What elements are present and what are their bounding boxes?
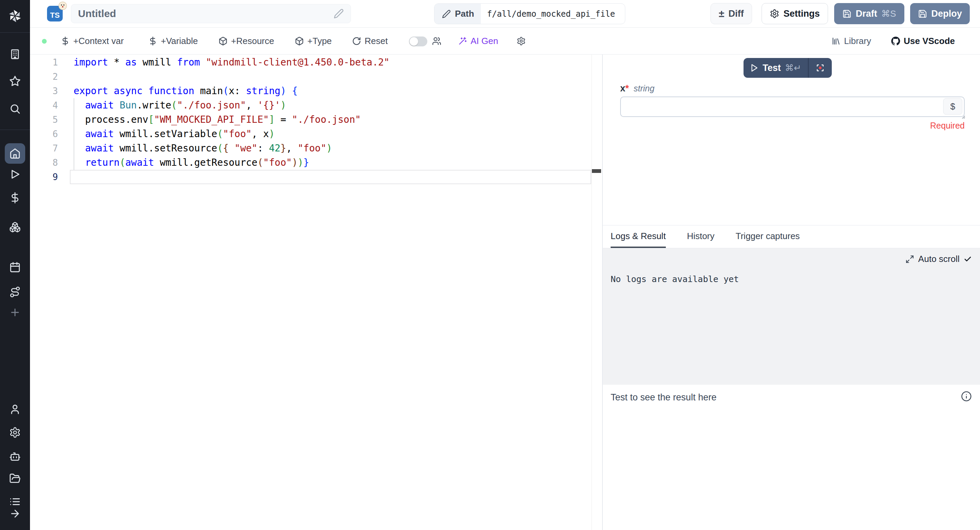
path-value: f/all/demo_mocked_api_file	[481, 4, 615, 24]
save-icon	[918, 9, 927, 18]
code-line-3[interactable]: 3export async function main(x: string) {	[30, 84, 601, 98]
line-number[interactable]: 7	[30, 141, 70, 155]
sidebar-item-account[interactable]	[0, 404, 30, 415]
sidebar-item-add[interactable]	[0, 307, 30, 318]
pencil-icon[interactable]	[334, 8, 344, 19]
plus-icon	[9, 307, 21, 318]
code-line-7[interactable]: 7 await wmill.setResource({ "we": 42}, "…	[30, 141, 601, 155]
result-area: Test to see the result here	[603, 385, 980, 530]
add-context-var-button[interactable]: +Context var	[60, 28, 124, 54]
library-icon	[831, 37, 841, 46]
sidebar-item-variables[interactable]	[0, 192, 30, 204]
sidebar-item-runs[interactable]	[0, 169, 30, 180]
line-number[interactable]: 9	[30, 170, 70, 184]
add-resource-button[interactable]: +Resource	[218, 28, 274, 54]
library-button[interactable]: Library	[831, 28, 871, 54]
route-icon	[9, 286, 21, 298]
reset-button[interactable]: Reset	[352, 28, 388, 54]
line-number[interactable]: 2	[30, 70, 70, 84]
sidebar-item-audit-logs[interactable]	[0, 496, 30, 507]
add-variable-button[interactable]: +Variable	[148, 28, 198, 54]
ai-gen-button[interactable]: AI Gen	[458, 28, 498, 54]
play-icon	[9, 169, 21, 180]
test-button[interactable]: Test ⌘↵	[743, 58, 808, 78]
sidebar-item-home[interactable]	[5, 143, 25, 164]
script-title-input[interactable]: Untitled	[71, 4, 351, 23]
github-icon	[891, 37, 900, 46]
list-icon	[9, 496, 21, 508]
code-editor[interactable]: 1import * as wmill from "windmill-client…	[30, 54, 601, 530]
sidebar-item-favorites[interactable]	[0, 75, 30, 87]
use-vscode-button[interactable]: Use VScode	[891, 28, 955, 54]
top-bar: TS Untitled Path f/all/demo_mocked_api_f…	[30, 0, 980, 28]
sidebar-item-workers[interactable]	[0, 450, 30, 462]
indent-guide	[73, 98, 74, 170]
line-number[interactable]: 6	[30, 127, 70, 141]
save-icon	[842, 9, 851, 18]
resize-grip-icon[interactable]	[960, 113, 966, 120]
add-variable-label: +Variable	[161, 36, 198, 46]
editor-settings-button[interactable]	[517, 28, 526, 54]
deploy-button[interactable]: Deploy	[910, 3, 970, 24]
ai-gen-label: AI Gen	[471, 36, 498, 46]
wand-icon	[458, 37, 467, 46]
code-lines: 1import * as wmill from "windmill-client…	[30, 55, 601, 184]
gear-icon	[517, 37, 526, 46]
settings-button[interactable]: Settings	[762, 3, 828, 24]
windmill-logo[interactable]	[0, 8, 30, 24]
windmill-script-editor: TS Untitled Path f/all/demo_mocked_api_f…	[0, 0, 980, 530]
code-line-4[interactable]: 4 await Bun.write("./foo.json", '{}')	[30, 98, 601, 113]
editor-toolbar: +Context var +Variable +Resource +Type	[30, 28, 980, 54]
gear-icon	[770, 9, 779, 18]
building-icon	[9, 48, 21, 60]
line-number[interactable]: 4	[30, 98, 70, 113]
code-line-8[interactable]: 8 return(await wmill.getResource("foo"))…	[30, 155, 601, 170]
scrollbar-track[interactable]	[592, 54, 592, 530]
collaborators-button[interactable]	[432, 28, 441, 54]
argument-input-wrap: $	[620, 96, 965, 117]
insert-variable-button[interactable]: $	[943, 98, 962, 115]
argument-input[interactable]	[620, 96, 965, 117]
sidebar-item-folders[interactable]	[0, 473, 30, 484]
no-logs-message: No logs are available yet	[611, 274, 739, 284]
toggle-knob	[410, 37, 418, 46]
sidebar-item-resources[interactable]	[0, 221, 30, 233]
expand-icon[interactable]	[905, 255, 914, 263]
scrollbar-cursor-marker	[592, 169, 601, 173]
code-line-content: await wmill.setVariable("foo", x)	[70, 127, 275, 141]
users-icon	[432, 37, 441, 46]
add-type-button[interactable]: +Type	[295, 28, 332, 54]
code-line-1[interactable]: 1import * as wmill from "windmill-client…	[30, 55, 601, 70]
code-line-9[interactable]: 9	[30, 170, 601, 184]
sidebar-item-search[interactable]	[0, 103, 30, 115]
code-line-5[interactable]: 5 process.env["WM_MOCKED_API_FILE"] = ".…	[30, 113, 601, 127]
tab-logs-result[interactable]: Logs & Result	[611, 225, 666, 248]
tab-trigger-captures[interactable]: Trigger captures	[736, 225, 800, 248]
sidebar-item-schedules[interactable]	[0, 262, 30, 273]
code-line-6[interactable]: 6 await wmill.setVariable("foo", x)	[30, 127, 601, 141]
draft-button[interactable]: Draft ⌘S	[834, 3, 904, 24]
add-context-var-label: +Context var	[73, 36, 124, 46]
folder-open-icon	[9, 473, 21, 484]
diff-button[interactable]: ± Diff	[711, 3, 752, 24]
line-number[interactable]: 1	[30, 55, 70, 70]
sidebar-item-settings[interactable]	[0, 427, 30, 438]
capture-run-button[interactable]	[808, 58, 832, 78]
line-number[interactable]: 8	[30, 155, 70, 170]
code-line-2[interactable]: 2	[30, 70, 601, 84]
auto-scroll-toggle[interactable]: Auto scroll	[905, 254, 972, 264]
collab-toggle[interactable]	[409, 37, 427, 46]
sidebar-divider-top	[0, 32, 30, 33]
line-number[interactable]: 5	[30, 113, 70, 127]
info-icon[interactable]	[961, 391, 972, 402]
sidebar-collapse[interactable]	[0, 508, 30, 519]
status-dot	[42, 39, 47, 44]
tab-history[interactable]: History	[687, 225, 714, 248]
line-number[interactable]: 3	[30, 84, 70, 98]
path-field[interactable]: Path f/all/demo_mocked_api_file	[434, 3, 625, 24]
path-field-label: Path	[434, 4, 481, 24]
package-icon	[218, 37, 228, 46]
sidebar-item-flows[interactable]	[0, 286, 30, 298]
sidebar-item-workspace[interactable]	[0, 48, 30, 60]
arrow-right-icon	[9, 508, 21, 519]
